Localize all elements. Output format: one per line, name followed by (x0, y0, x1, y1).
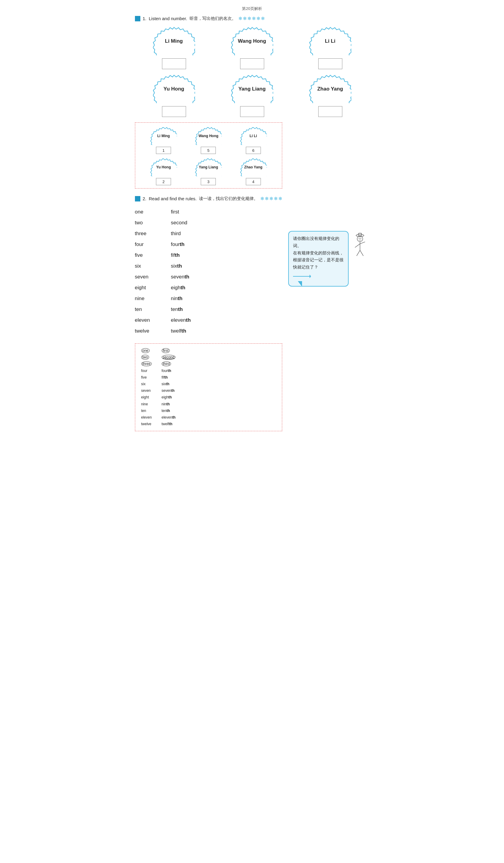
name-label-liming: Li Ming (165, 38, 183, 44)
cardinal-eleven: eleven (135, 315, 171, 325)
section2-snowflakes: ❄❄❄❄❄ (260, 196, 283, 201)
pair-nine: nine ninth (135, 293, 369, 304)
ak-star-liming: Li Ming (150, 127, 177, 145)
ordinal-first: first (171, 207, 179, 217)
ak2-ordinal-fifth: fifth (162, 374, 168, 381)
ak2-ordinal-first: first (162, 347, 170, 354)
ak2-three: three third (141, 361, 176, 367)
svg-line-23 (360, 250, 363, 256)
svg-line-20 (355, 244, 360, 248)
ak-num-lili: 6 (246, 147, 261, 154)
cardinal-ten: ten (135, 304, 171, 314)
section1-header: 1. Listen and number. 听音，写出他们的名次。 ❄❄❄❄❄❄ (135, 16, 369, 21)
cardinal-three: three (135, 228, 171, 239)
ak2-bold-seventh: th (171, 388, 175, 393)
ak2-bold-fourth: th (168, 368, 171, 373)
ak2-cardinal-four: four (141, 367, 157, 374)
name-label-yuhong: Yu Hong (164, 86, 184, 92)
ak2-one: one first (141, 347, 176, 354)
bold-seventh: th (185, 274, 189, 280)
cardinal-five: five (135, 250, 171, 260)
section1-label: Listen and number. (149, 16, 187, 21)
cardinal-six: six (135, 261, 171, 271)
answer-box-liming[interactable] (162, 58, 186, 69)
ak-star-wanghong: Wang Hong (195, 127, 222, 145)
bold-sixth: th (177, 263, 182, 269)
ak2-bold-twelfth: th (169, 422, 172, 426)
ak-num-yuhong: 2 (156, 178, 171, 185)
page-title: 第20页解析 (135, 6, 369, 11)
answer-box-yangliang[interactable] (240, 106, 264, 117)
ak2-ordinal-eighth: eighth (162, 394, 172, 401)
starburst-liming: Li Ming (153, 27, 195, 55)
bold-eleventh: th (186, 317, 191, 323)
name-item-wanghong: Wang Hong (231, 27, 273, 69)
ordinal-eighth: eighth (171, 283, 186, 293)
answer-box-lili[interactable] (318, 58, 342, 69)
ak2-cardinal-ten: ten (141, 408, 157, 414)
ak2-seven: seven seventh (141, 387, 176, 394)
cardinal-seven: seven (135, 272, 171, 282)
ak2-four: four fourth (141, 367, 176, 374)
ak2-cardinal-three: three (141, 361, 157, 367)
ak2-cardinal-eleven: eleven (141, 414, 157, 421)
ak2-ordinal-fourth: fourth (162, 367, 171, 374)
callout-box: 请你圈出没有规律变化的词。在有规律变化的部分画线，根据读音记一记，是不是很快就记… (288, 231, 349, 287)
starburst-wanghong: Wang Hong (231, 27, 273, 55)
name-row-1: Li Ming Wang Hong Li Li (135, 27, 369, 69)
ordinal-fifth: fifth (171, 250, 180, 260)
ak2-column: one first two second three third four fo… (141, 347, 176, 427)
ordinal-fourth: fourth (171, 239, 185, 250)
part2-content: one first two second three third four fo… (135, 207, 369, 336)
answer-box-wanghong[interactable] (240, 58, 264, 69)
ak-lili: Li Li 6 (240, 127, 267, 154)
ak-star-zhaoyang: Zhao Yang (240, 158, 267, 176)
bold-twelfth: th (181, 328, 186, 334)
callout-with-mascot: 请你圈出没有规律变化的词。在有规律变化的部分画线，根据读音记一记，是不是很快就记… (288, 231, 369, 287)
answer-key-row-2: Yu Hong 2 Yang Liang 3 Zhao Ya (141, 158, 276, 185)
ak2-cardinal-two: two (141, 354, 157, 361)
ordinal-third: third (171, 228, 181, 239)
svg-point-14 (356, 234, 364, 236)
ordinal-seventh: seventh (171, 272, 189, 282)
callout-arrow-indicator (293, 273, 344, 282)
bold-fifth: th (175, 252, 180, 258)
svg-point-16 (357, 236, 363, 242)
ak2-bold-eleventh: th (172, 415, 176, 420)
cardinal-two: two (135, 218, 171, 228)
ak2-cardinal-one: one (141, 347, 157, 354)
section1-number: 1. (143, 16, 147, 21)
ordinal-ninth: ninth (171, 293, 183, 304)
ak2-cardinal-eight: eight (141, 394, 157, 401)
section2-header: 2. Read and find the rules. 读一读，找出它们的变化规… (135, 196, 369, 201)
ak-name-yuhong: Yu Hong (156, 165, 171, 169)
ak2-cardinal-twelve: twelve (141, 421, 157, 427)
ak2-bold-ninth: th (166, 402, 170, 406)
pair-two: two second (135, 218, 369, 228)
bold-fourth: th (180, 241, 185, 247)
ak2-eleven: eleven eleventh (141, 414, 176, 421)
svg-line-21 (360, 242, 365, 244)
cardinal-twelve: twelve (135, 326, 171, 336)
svg-point-17 (359, 238, 360, 239)
answer-box-yuhong[interactable] (162, 106, 186, 117)
name-item-lili: Li Li (309, 27, 351, 69)
ak2-eight: eight eighth (141, 394, 176, 401)
cardinal-eight: eight (135, 283, 171, 293)
ak2-ordinal-third: third (162, 361, 171, 367)
ak2-ten: ten tenth (141, 408, 176, 414)
ak-yangliang: Yang Liang 3 (195, 158, 222, 185)
ak2-five: five fifth (141, 374, 176, 381)
ordinal-tenth: tenth (171, 304, 183, 314)
bold-ninth: th (178, 296, 182, 301)
answer-key-row-1: Li Ming 1 Wang Hong 5 Li Li (141, 127, 276, 154)
ak-star-yangliang: Yang Liang (195, 158, 222, 176)
answer-box-zhaoyang[interactable] (318, 106, 342, 117)
ak-name-yangliang: Yang Liang (199, 165, 218, 169)
section1-snowflakes: ❄❄❄❄❄❄ (238, 16, 265, 21)
svg-marker-13 (310, 275, 311, 278)
callout-area: 请你圈出没有规律变化的词。在有规律变化的部分画线，根据读音记一记，是不是很快就记… (288, 231, 369, 287)
name-item-yangliang: Yang Liang (231, 75, 273, 117)
section2-chinese: 读一读，找出它们的变化规律。 (199, 196, 258, 201)
name-item-yuhong: Yu Hong (153, 75, 195, 117)
